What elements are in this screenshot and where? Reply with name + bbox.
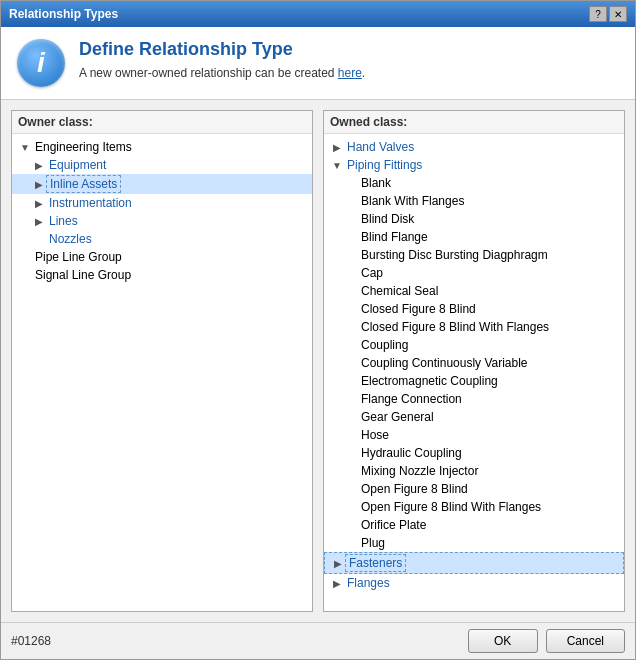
tree-row[interactable]: Flange Connection bbox=[324, 390, 624, 408]
tree-row[interactable]: ▶ Equipment bbox=[12, 156, 312, 174]
owned-tree[interactable]: ▶ Hand Valves ▼ Piping Fittings Blank bbox=[324, 134, 624, 611]
tree-item-label[interactable]: Blind Flange bbox=[358, 229, 431, 245]
tree-row[interactable]: Coupling Continuously Variable bbox=[324, 354, 624, 372]
tree-item-label[interactable]: Closed Figure 8 Blind With Flanges bbox=[358, 319, 552, 335]
tree-item-label[interactable]: Blind Disk bbox=[358, 211, 417, 227]
tree-item-label[interactable]: Lines bbox=[46, 213, 81, 229]
tree-row[interactable]: Closed Figure 8 Blind bbox=[324, 300, 624, 318]
header-text: Define Relationship Type A new owner-own… bbox=[79, 39, 365, 80]
status-text: #01268 bbox=[11, 634, 51, 648]
dialog-window: Relationship Types ? ✕ i Define Relation… bbox=[0, 0, 636, 660]
tree-item-label[interactable]: Plug bbox=[358, 535, 388, 551]
tree-item-label[interactable]: Hydraulic Coupling bbox=[358, 445, 465, 461]
tree-item-label[interactable]: Mixing Nozzle Injector bbox=[358, 463, 481, 479]
tree-item-label[interactable]: Orifice Plate bbox=[358, 517, 429, 533]
tree-item-label[interactable]: Engineering Items bbox=[32, 139, 135, 155]
window-title: Relationship Types bbox=[9, 7, 118, 21]
tree-row[interactable]: Closed Figure 8 Blind With Flanges bbox=[324, 318, 624, 336]
tree-row[interactable]: ▶ Lines bbox=[12, 212, 312, 230]
tree-item-label[interactable]: Chemical Seal bbox=[358, 283, 441, 299]
tree-row[interactable]: ▶ Nozzles bbox=[12, 230, 312, 248]
tree-item-label[interactable]: Open Figure 8 Blind With Flanges bbox=[358, 499, 544, 515]
expander-icon[interactable]: ▶ bbox=[331, 556, 345, 570]
tree-row[interactable]: Chemical Seal bbox=[324, 282, 624, 300]
expander-icon[interactable]: ▼ bbox=[330, 158, 344, 172]
tree-item-label[interactable]: Cap bbox=[358, 265, 386, 281]
tree-item-label[interactable]: Electromagnetic Coupling bbox=[358, 373, 501, 389]
tree-row[interactable]: ▶ Instrumentation bbox=[12, 194, 312, 212]
tree-item-label[interactable]: Instrumentation bbox=[46, 195, 135, 211]
header-area: i Define Relationship Type A new owner-o… bbox=[1, 27, 635, 100]
tree-item-label[interactable]: Nozzles bbox=[46, 231, 95, 247]
expander-icon[interactable]: ▶ bbox=[32, 196, 46, 210]
tree-row[interactable]: Blind Flange bbox=[324, 228, 624, 246]
close-button[interactable]: ✕ bbox=[609, 6, 627, 22]
tree-item-label[interactable]: Flanges bbox=[344, 575, 393, 591]
tree-row[interactable]: ▼ Engineering Items bbox=[12, 138, 312, 156]
expander-icon[interactable]: ▶ bbox=[330, 140, 344, 154]
tree-row[interactable]: ▶ Pipe Line Group bbox=[12, 248, 312, 266]
tree-row[interactable]: Orifice Plate bbox=[324, 516, 624, 534]
footer: #01268 OK Cancel bbox=[1, 622, 635, 659]
tree-row[interactable]: Coupling bbox=[324, 336, 624, 354]
expander-icon[interactable]: ▶ bbox=[32, 158, 46, 172]
tree-row[interactable]: Blind Disk bbox=[324, 210, 624, 228]
tree-item-label[interactable]: Blank With Flanges bbox=[358, 193, 467, 209]
tree-row[interactable]: ▼ Piping Fittings bbox=[324, 156, 624, 174]
expander-icon[interactable]: ▼ bbox=[18, 140, 32, 154]
tree-item-label[interactable]: Coupling bbox=[358, 337, 411, 353]
owner-panel: Owner class: ▼ Engineering Items ▶ Equip… bbox=[11, 110, 313, 612]
tree-item-label[interactable]: Coupling Continuously Variable bbox=[358, 355, 531, 371]
tree-row[interactable]: Open Figure 8 Blind With Flanges bbox=[324, 498, 624, 516]
tree-item-label[interactable]: Signal Line Group bbox=[32, 267, 134, 283]
info-icon: i bbox=[17, 39, 65, 87]
tree-item-label[interactable]: Bursting Disc Bursting Diagphragm bbox=[358, 247, 551, 263]
owner-panel-label: Owner class: bbox=[12, 111, 312, 134]
tree-item-label[interactable]: Flange Connection bbox=[358, 391, 465, 407]
title-bar-buttons: ? ✕ bbox=[589, 6, 627, 22]
tree-row[interactable]: ▶ Hand Valves bbox=[324, 138, 624, 156]
tree-item-label[interactable]: Blank bbox=[358, 175, 394, 191]
owned-panel-label: Owned class: bbox=[324, 111, 624, 134]
tree-row[interactable]: Mixing Nozzle Injector bbox=[324, 462, 624, 480]
ok-button[interactable]: OK bbox=[468, 629, 538, 653]
tree-item-label[interactable]: Fasteners bbox=[345, 554, 406, 572]
expander-icon[interactable]: ▶ bbox=[32, 214, 46, 228]
tree-item-label[interactable]: Hand Valves bbox=[344, 139, 417, 155]
tree-row[interactable]: ▶ Signal Line Group bbox=[12, 266, 312, 284]
tree-item-label[interactable]: Pipe Line Group bbox=[32, 249, 125, 265]
dialog-title: Define Relationship Type bbox=[79, 39, 365, 60]
cancel-button[interactable]: Cancel bbox=[546, 629, 625, 653]
tree-row[interactable]: ▶ Flanges bbox=[324, 574, 624, 592]
tree-row[interactable]: Plug bbox=[324, 534, 624, 552]
tree-item-label[interactable]: Piping Fittings bbox=[344, 157, 425, 173]
title-bar: Relationship Types ? ✕ bbox=[1, 1, 635, 27]
tree-row[interactable]: Cap bbox=[324, 264, 624, 282]
tree-item-label[interactable]: Open Figure 8 Blind bbox=[358, 481, 471, 497]
tree-item-label[interactable]: Closed Figure 8 Blind bbox=[358, 301, 479, 317]
tree-row[interactable]: Bursting Disc Bursting Diagphragm bbox=[324, 246, 624, 264]
tree-row[interactable]: Hydraulic Coupling bbox=[324, 444, 624, 462]
tree-row[interactable]: Open Figure 8 Blind bbox=[324, 480, 624, 498]
here-link[interactable]: here bbox=[338, 66, 362, 80]
tree-row-selected[interactable]: ▶ Inline Assets bbox=[12, 174, 312, 194]
tree-row-selected[interactable]: ▶ Fasteners bbox=[324, 552, 624, 574]
expander-icon[interactable]: ▶ bbox=[32, 177, 46, 191]
expander-icon[interactable]: ▶ bbox=[330, 576, 344, 590]
footer-buttons: OK Cancel bbox=[468, 629, 625, 653]
owner-tree[interactable]: ▼ Engineering Items ▶ Equipment ▶ Inline… bbox=[12, 134, 312, 611]
tree-item-label[interactable]: Hose bbox=[358, 427, 392, 443]
tree-row[interactable]: Blank With Flanges bbox=[324, 192, 624, 210]
content-area: Owner class: ▼ Engineering Items ▶ Equip… bbox=[1, 100, 635, 622]
tree-row[interactable]: Electromagnetic Coupling bbox=[324, 372, 624, 390]
tree-item-label[interactable]: Inline Assets bbox=[46, 175, 121, 193]
tree-row[interactable]: Blank bbox=[324, 174, 624, 192]
dialog-description: A new owner-owned relationship can be cr… bbox=[79, 66, 365, 80]
help-button[interactable]: ? bbox=[589, 6, 607, 22]
tree-row[interactable]: Hose bbox=[324, 426, 624, 444]
owned-panel: Owned class: ▶ Hand Valves ▼ Piping Fitt… bbox=[323, 110, 625, 612]
tree-item-label[interactable]: Gear General bbox=[358, 409, 437, 425]
tree-row[interactable]: Gear General bbox=[324, 408, 624, 426]
tree-item-label[interactable]: Equipment bbox=[46, 157, 109, 173]
